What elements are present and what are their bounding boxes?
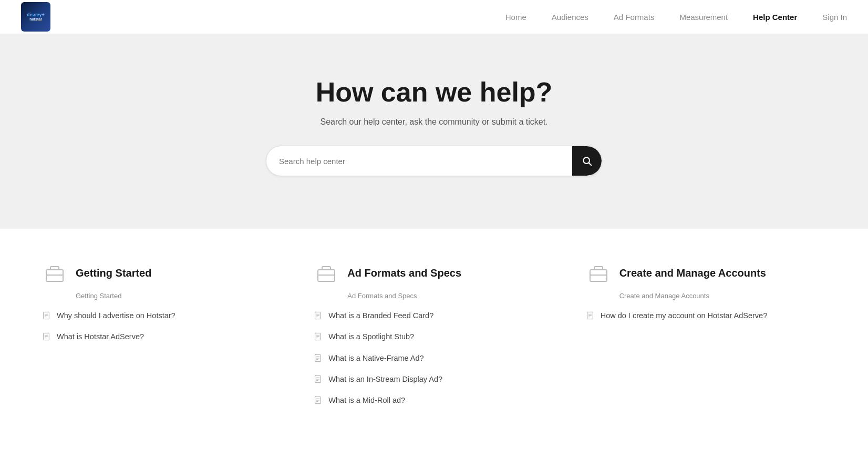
category-title-getting-started: Getting Started [76,267,151,279]
logo-plus: disney+ [27,12,45,17]
nav-home[interactable]: Home [505,13,526,22]
article-list-getting-started: Why should I advertise on Hotstar? What … [42,310,282,342]
search-input[interactable] [266,148,572,174]
document-icon [314,332,322,341]
logo-text: hotstar [29,17,42,22]
main-nav: Home Audiences Ad Formats Measurement He… [505,13,847,22]
category-subtitle-getting-started: Getting Started [42,292,282,300]
categories-grid: Getting Started Getting Started Why shou… [42,260,826,416]
article-item[interactable]: What is a Spotlight Stub? [314,331,554,342]
article-item[interactable]: What is an In-Stream Display Ad? [314,374,554,384]
article-link[interactable]: What is an In-Stream Display Ad? [328,374,442,384]
briefcase-icon-getting-started [42,260,67,286]
article-item[interactable]: What is a Native-Frame Ad? [314,353,554,363]
document-icon [42,311,50,320]
hero-section: How can we help? Search our help center,… [0,34,868,229]
category-subtitle-create-manage: Create and Manage Accounts [586,292,826,300]
logo[interactable]: disney+ hotstar [21,2,50,32]
search-icon [582,156,592,166]
svg-line-1 [589,163,592,166]
document-icon [314,396,322,404]
hero-subtitle: Search our help center, ask the communit… [21,117,847,127]
document-icon [586,311,594,320]
article-link[interactable]: What is a Branded Feed Card? [328,310,433,321]
article-link[interactable]: What is a Mid-Roll ad? [328,395,405,405]
article-item[interactable]: Why should I advertise on Hotstar? [42,310,282,321]
category-subtitle-ad-formats: Ad Formats and Specs [314,292,554,300]
briefcase-icon-ad-formats [314,260,339,286]
article-item[interactable]: How do I create my account on Hotstar Ad… [586,310,826,321]
nav-sign-in[interactable]: Sign In [822,13,847,22]
article-item[interactable]: What is a Mid-Roll ad? [314,395,554,405]
briefcase-icon-create-manage [586,260,611,286]
header: disney+ hotstar Home Audiences Ad Format… [0,0,868,34]
category-title-create-manage: Create and Manage Accounts [619,267,766,279]
article-link[interactable]: Why should I advertise on Hotstar? [57,310,175,321]
search-bar [266,146,602,176]
article-item[interactable]: What is a Branded Feed Card? [314,310,554,321]
nav-measurement[interactable]: Measurement [679,13,728,22]
document-icon [314,354,322,362]
category-create-manage: Create and Manage Accounts Create and Ma… [586,260,826,416]
hero-title: How can we help? [21,76,847,108]
category-ad-formats: Ad Formats and Specs Ad Formats and Spec… [314,260,554,416]
document-icon [42,332,50,341]
document-icon [314,375,322,383]
category-header-ad-formats: Ad Formats and Specs [314,260,554,286]
category-header-create-manage: Create and Manage Accounts [586,260,826,286]
article-item[interactable]: What is Hotstar AdServe? [42,331,282,342]
article-list-ad-formats: What is a Branded Feed Card? What is a S… [314,310,554,405]
document-icon [314,311,322,320]
article-list-create-manage: How do I create my account on Hotstar Ad… [586,310,826,321]
article-link[interactable]: How do I create my account on Hotstar Ad… [601,310,768,321]
category-title-ad-formats: Ad Formats and Specs [347,267,461,279]
article-link[interactable]: What is a Spotlight Stub? [328,331,414,342]
nav-ad-formats[interactable]: Ad Formats [614,13,655,22]
category-getting-started: Getting Started Getting Started Why shou… [42,260,282,416]
nav-help-center[interactable]: Help Center [753,13,797,22]
search-button[interactable] [572,146,602,176]
content-section: Getting Started Getting Started Why shou… [0,229,868,448]
article-link[interactable]: What is Hotstar AdServe? [57,331,144,342]
article-link[interactable]: What is a Native-Frame Ad? [328,353,423,363]
category-header-getting-started: Getting Started [42,260,282,286]
nav-audiences[interactable]: Audiences [552,13,588,22]
